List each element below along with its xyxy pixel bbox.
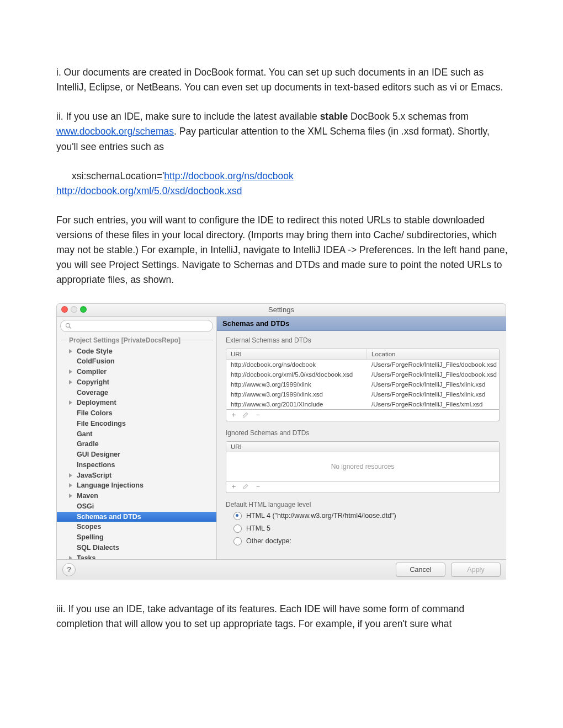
- radio-icon: [233, 512, 242, 520]
- tree-item-language-injections[interactable]: Language Injections: [57, 480, 216, 491]
- external-schemas-toolbar: ＋ －: [226, 410, 500, 421]
- tree-item-gradle[interactable]: Gradle: [57, 439, 216, 449]
- ignored-empty-text: No ignored resources: [226, 452, 499, 481]
- tree-item-copyright[interactable]: Copyright: [57, 377, 216, 388]
- paragraph-ii: ii. If you use an IDE, make sure to incl…: [56, 109, 508, 154]
- text: ii. If you use an IDE, make sure to incl…: [56, 111, 320, 122]
- cell-location: /Users/ForgeRock/IntelliJ_Files/docbook.…: [367, 370, 499, 379]
- ignored-schemas-toolbar: ＋ －: [226, 481, 500, 493]
- add-icon[interactable]: ＋: [230, 411, 237, 419]
- table-row[interactable]: http://www.w3.org/1999/xlink.xsd/Users/F…: [226, 389, 499, 399]
- radio-html5[interactable]: HTML 5: [226, 522, 500, 535]
- tree-item-file-colors[interactable]: File Colors: [57, 408, 216, 419]
- table-row[interactable]: http://docbook.org/ns/docbook/Users/Forg…: [226, 360, 499, 370]
- cell-location: /Users/ForgeRock/IntelliJ_Files/xml.xsd: [367, 399, 499, 409]
- cell-uri: http://www.w3.org/2001/XInclude: [226, 399, 367, 409]
- text: DocBook 5.x schemas from: [348, 111, 469, 122]
- schema-url-2[interactable]: http://docbook.org/xml/5.0/xsd/docbook.x…: [56, 185, 242, 196]
- html-level-fieldset: Default HTML language level HTML 4 ("htt…: [226, 501, 500, 548]
- cell-location: /Users/ForgeRock/IntelliJ_Files/xlink.xs…: [367, 389, 499, 399]
- radio-html4[interactable]: HTML 4 ("http://www.w3.org/TR/html4/loos…: [226, 510, 500, 522]
- tree-item-javascript[interactable]: JavaScript: [57, 470, 216, 481]
- cancel-button[interactable]: Cancel: [396, 563, 445, 577]
- html-level-label: Default HTML language level: [226, 501, 314, 508]
- apply-button[interactable]: Apply: [451, 563, 501, 577]
- cell-location: /Users/ForgeRock/IntelliJ_Files/docbook.…: [367, 360, 499, 370]
- radio-label: Other doctype:: [246, 537, 291, 545]
- paragraph-i: i. Our documents are created in DocBook …: [56, 65, 508, 95]
- tree-item-inspections[interactable]: Inspections: [57, 460, 216, 470]
- remove-icon[interactable]: －: [254, 411, 262, 419]
- svg-point-0: [66, 323, 70, 327]
- sidebar: Project Settings [PrivateDocsRepo] Code …: [57, 317, 217, 559]
- cell-uri: http://docbook.org/ns/docbook: [226, 360, 367, 370]
- help-button[interactable]: ?: [62, 563, 76, 576]
- svg-line-1: [70, 326, 71, 328]
- tree-item-tasks[interactable]: Tasks: [57, 553, 216, 559]
- remove-icon[interactable]: －: [254, 483, 262, 490]
- search-input[interactable]: [60, 320, 213, 332]
- settings-tree: Project Settings [PrivateDocsRepo] Code …: [57, 334, 216, 559]
- settings-footer: ? Cancel Apply: [56, 559, 506, 580]
- ignored-schemas-fieldset: Ignored Schemas and DTDs URI No ignored …: [226, 429, 500, 493]
- table-row[interactable]: http://www.w3.org/2001/XInclude/Users/Fo…: [226, 399, 499, 409]
- tree-item-osgi[interactable]: OSGi: [57, 501, 216, 512]
- paragraph-iii: iii. If you use an IDE, take advantage o…: [56, 602, 508, 631]
- edit-icon[interactable]: [242, 483, 249, 490]
- external-schemas-table: URI Location http://docbook.org/ns/docbo…: [226, 349, 500, 410]
- schema-location-example: xsi:schemaLocation='http://docbook.org/n…: [56, 169, 508, 199]
- col-location-header[interactable]: Location: [367, 349, 499, 359]
- panel-title: Schemas and DTDs: [217, 317, 506, 331]
- paragraph-redirect: For such entries, you will want to confi…: [56, 213, 508, 288]
- external-schemas-fieldset: External Schemas and DTDs URI Location h…: [226, 336, 500, 421]
- text: xsi:schemaLocation=': [56, 170, 164, 181]
- ignored-schemas-label: Ignored Schemas and DTDs: [226, 429, 312, 437]
- tree-group-project-settings: Project Settings [PrivateDocsRepo]: [57, 335, 216, 346]
- tree-item-gant[interactable]: Gant: [57, 429, 216, 440]
- text-bold: stable: [320, 111, 348, 122]
- docbook-schemas-link[interactable]: www.docbook.org/schemas: [56, 126, 174, 137]
- schema-url-1[interactable]: http://docbook.org/ns/docbook: [164, 170, 293, 181]
- cell-uri: http://docbook.org/xml/5.0/xsd/docbook.x…: [226, 370, 367, 379]
- search-icon: [65, 323, 72, 329]
- settings-panel: Schemas and DTDs External Schemas and DT…: [217, 317, 506, 559]
- ignored-col-uri-header[interactable]: URI: [226, 442, 499, 452]
- cell-uri: http://www.w3.org/1999/xlink: [226, 379, 367, 389]
- radio-icon: [233, 524, 242, 533]
- radio-other-doctype[interactable]: Other doctype:: [226, 535, 500, 548]
- tree-item-coverage[interactable]: Coverage: [57, 388, 216, 398]
- table-row[interactable]: http://www.w3.org/1999/xlink/Users/Forge…: [226, 379, 499, 389]
- tree-item-file-encodings[interactable]: File Encodings: [57, 419, 216, 429]
- tree-item-schemas-and-dtds[interactable]: Schemas and DTDs: [57, 512, 216, 522]
- tree-item-gui-designer[interactable]: GUI Designer: [57, 449, 216, 460]
- tree-item-deployment[interactable]: Deployment: [57, 398, 216, 408]
- tree-item-spelling[interactable]: Spelling: [57, 532, 216, 543]
- tree-item-compiler[interactable]: Compiler: [57, 367, 216, 377]
- window-title: Settings: [57, 306, 506, 314]
- add-icon[interactable]: ＋: [230, 483, 237, 490]
- external-schemas-label: External Schemas and DTDs: [226, 336, 315, 344]
- window-titlebar: Settings: [56, 303, 506, 317]
- tree-item-sql-dialects[interactable]: SQL Dialects: [57, 543, 216, 553]
- tree-item-code-style[interactable]: Code Style: [57, 346, 216, 357]
- settings-screenshot: Settings Project Settings [PrivateDocsRe…: [56, 303, 506, 580]
- radio-label: HTML 4 ("http://www.w3.org/TR/html4/loos…: [246, 512, 396, 520]
- radio-icon: [233, 537, 242, 545]
- radio-label: HTML 5: [246, 524, 270, 532]
- tree-item-coldfusion[interactable]: ColdFusion: [57, 356, 216, 367]
- edit-icon[interactable]: [242, 411, 249, 419]
- table-row[interactable]: http://docbook.org/xml/5.0/xsd/docbook.x…: [226, 370, 499, 379]
- col-uri-header[interactable]: URI: [226, 349, 367, 359]
- tree-item-maven[interactable]: Maven: [57, 491, 216, 501]
- tree-item-scopes[interactable]: Scopes: [57, 522, 216, 532]
- cell-uri: http://www.w3.org/1999/xlink.xsd: [226, 389, 367, 399]
- cell-location: /Users/ForgeRock/IntelliJ_Files/xlink.xs…: [367, 379, 499, 389]
